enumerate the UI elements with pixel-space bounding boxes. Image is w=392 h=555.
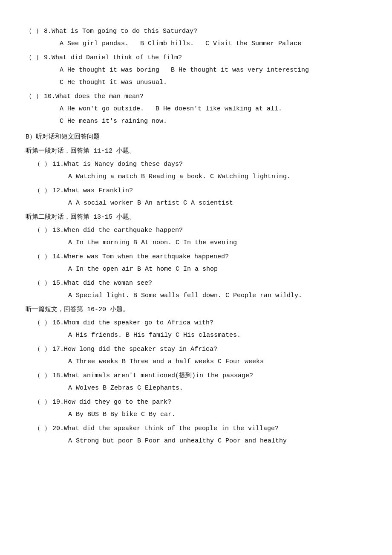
q19-options: A By BUS B By bike C By car.	[26, 409, 366, 420]
q18-paren: （ ）	[26, 370, 51, 382]
q9-option-b: B He thought it was very interesting	[171, 66, 309, 74]
question-10: （ ） 10.What does the man mean? A He won'…	[26, 91, 366, 127]
q11-paren: （ ）	[26, 159, 51, 170]
q12-option-a: A A social worker B An artist C A scient…	[68, 199, 233, 207]
q19-paren: （ ）	[26, 396, 51, 408]
q9-option-c: C He thought it was unusual.	[60, 79, 167, 86]
q15-option-a: A Special light. B Some walls fell down.…	[68, 292, 302, 299]
q8-option-a: A See girl pandas.	[60, 40, 129, 47]
question-15: （ ） 15.What did the woman see? A Special…	[26, 278, 366, 301]
q20-option-a: A Strong but poor B Poor and unhealthy C…	[68, 437, 287, 445]
q14-options: A In the open air B At home C In a shop	[26, 263, 366, 275]
question-12: （ ） 12.What was Franklin? A A social wor…	[26, 185, 366, 209]
question-16: （ ） 16.Whom did the speaker go to Africa…	[26, 317, 366, 341]
q20-options: A Strong but poor B Poor and unhealthy C…	[26, 435, 366, 447]
q15-options: A Special light. B Some walls fell down.…	[26, 290, 366, 301]
q11-text: 11.What is Nancy doing these days?	[52, 159, 183, 170]
q10-option-b: B He doesn't like walking at all.	[156, 105, 282, 113]
q15-text: 15.What did the woman see?	[52, 278, 152, 289]
q14-option-a: A In the open air B At home C In a shop	[68, 266, 218, 273]
q9-options-line1: A He thought it was boring B He thought …	[26, 64, 366, 76]
q12-text: 12.What was Franklin?	[52, 185, 133, 197]
q17-options: A Three weeks B Three and a half weeks C…	[26, 356, 366, 367]
q10-options-line2: C He means it's raining now.	[26, 116, 366, 127]
q20-paren: （ ）	[26, 423, 51, 434]
q18-option-a: A Wolves B Zebras C Elephants.	[68, 384, 183, 392]
q13-text: 13.When did the earthquake happen?	[52, 225, 183, 236]
q10-text: 10.What does the man mean?	[44, 91, 144, 102]
q10-option-a: A He won't go outside.	[60, 105, 144, 113]
question-17: （ ） 17.How long did the speaker stay in …	[26, 344, 366, 367]
q11-option-a: A Watching a match B Reading a book. C W…	[68, 173, 291, 180]
q9-options-line2: C He thought it was unusual.	[26, 77, 366, 88]
q18-options: A Wolves B Zebras C Elephants.	[26, 382, 366, 394]
q15-paren: （ ）	[26, 278, 51, 289]
q8-paren: （ ）	[26, 26, 42, 37]
q12-paren: （ ）	[26, 185, 51, 197]
question-11: （ ） 11.What is Nancy doing these days? A…	[26, 159, 366, 182]
q17-paren: （ ）	[26, 344, 51, 355]
q16-paren: （ ）	[26, 317, 51, 329]
q10-option-c: C He means it's raining now.	[60, 118, 167, 125]
q17-option-a: A Three weeks B Three and a half weeks C…	[68, 358, 264, 365]
question-14: （ ） 14.Where was Tom when the earthquake…	[26, 251, 366, 275]
q14-paren: （ ）	[26, 251, 51, 263]
q16-option-a: A His friends. B His family C His classm…	[68, 332, 241, 339]
q20-text: 20.What did the speaker think of the peo…	[52, 423, 279, 434]
q19-option-a: A By BUS B By bike C By car.	[68, 411, 176, 418]
q16-text: 16.Whom did the speaker go to Africa wit…	[52, 317, 213, 329]
q12-options: A A social worker B An artist C A scient…	[26, 197, 366, 209]
question-18: （ ） 18.What animals aren't mentioned(提到)…	[26, 370, 366, 394]
q8-option-c: C Visit the Summer Palace	[205, 40, 301, 47]
section-b-header: B）听对话和短文回答问题	[26, 131, 366, 143]
question-20: （ ） 20.What did the speaker think of the…	[26, 423, 366, 447]
q8-text: 8.What is Tom going to do this Saturday?	[44, 26, 197, 37]
q19-text: 19.How did they go to the park?	[52, 396, 171, 408]
question-19: （ ） 19.How did they go to the park? A By…	[26, 396, 366, 420]
q9-text: 9.What did Daniel think of the film?	[44, 52, 182, 64]
q9-paren: （ ）	[26, 52, 42, 64]
q18-text: 18.What animals aren't mentioned(提到)in t…	[52, 370, 253, 382]
q13-paren: （ ）	[26, 225, 51, 236]
q13-options: A In the morning B At noon. C In the eve…	[26, 237, 366, 249]
question-8: （ ） 8.What is Tom going to do this Satur…	[26, 26, 366, 49]
q16-options: A His friends. B His family C His classm…	[26, 330, 366, 341]
dialog2-header: 听第二段对话，回答第 13-15 小题。	[26, 211, 366, 223]
passage-header: 听一篇短文，回答第 16-20 小题。	[26, 304, 366, 315]
q14-text: 14.Where was Tom when the earthquake hap…	[52, 251, 229, 263]
question-13: （ ） 13.When did the earthquake happen? A…	[26, 225, 366, 249]
q10-paren: （ ）	[26, 91, 42, 102]
dialog1-header: 听第一段对话，回答第 11-12 小题。	[26, 145, 366, 157]
q9-option-a: A He thought it was boring	[60, 66, 159, 74]
q8-options: A See girl pandas. B Climb hills. C Visi…	[26, 38, 366, 49]
q13-option-a: A In the morning B At noon. C In the eve…	[68, 239, 237, 246]
q10-options-line1: A He won't go outside. B He doesn't like…	[26, 103, 366, 115]
question-9: （ ） 9.What did Daniel think of the film?…	[26, 52, 366, 88]
q17-text: 17.How long did the speaker stay in Afri…	[52, 344, 217, 355]
q8-option-b: B Climb hills.	[140, 40, 194, 47]
q11-options: A Watching a match B Reading a book. C W…	[26, 171, 366, 182]
